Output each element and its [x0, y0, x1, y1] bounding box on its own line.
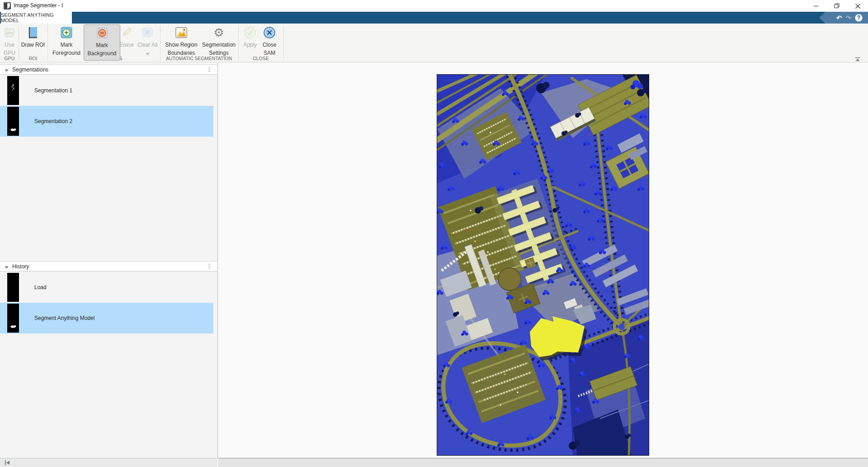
use-gpu-label: Use GPU — [1, 41, 18, 57]
ribbon-separator — [238, 25, 239, 61]
apply-button[interactable]: Apply — [241, 24, 259, 61]
history-sam-thumbnail — [7, 304, 19, 333]
ribbon-separator — [283, 25, 284, 61]
history-load-label: Load — [34, 284, 47, 291]
browser-panel: Segmentations ⋮ Segmentation 1 Segmentat… — [0, 63, 217, 458]
region-image-icon — [175, 25, 188, 40]
clear-all-dropdown-icon[interactable] — [146, 49, 150, 57]
tab-segment-anything-model[interactable]: SEGMENT ANYTHING MODEL — [1, 12, 72, 24]
segmentation-2-label: Segmentation 2 — [34, 118, 72, 124]
segmentations-menu-icon[interactable]: ⋮ — [206, 66, 212, 73]
history-panel-header: History ⋮ — [0, 261, 217, 272]
main-status-bar — [218, 458, 868, 467]
close-sam-icon — [263, 25, 276, 40]
tab-bar: SEGMENT ANYTHING MODEL ↶ ↷ ? — [0, 12, 868, 24]
use-gpu-button[interactable]: GPU Use GPU — [1, 24, 18, 61]
show-region-boundaries-label: Show Region Boundaries — [161, 41, 201, 57]
mark-foreground-icon — [60, 25, 73, 40]
aerial-image-viewer[interactable] — [437, 74, 649, 456]
history-load-row[interactable]: Load — [0, 272, 213, 303]
ribbon-toolstrip: GPU ROI MARKER TOOLS AUTOMATIC SEGMENTAT… — [0, 24, 868, 62]
erase-button[interactable]: Erase — [117, 24, 136, 61]
mark-background-label: Mark Background — [84, 41, 120, 57]
collapse-panel-button[interactable] — [5, 459, 10, 467]
apply-label: Apply — [243, 41, 257, 49]
quick-access-toolbar: ↶ ↷ ? — [819, 12, 868, 24]
clear-all-label: Clear All — [137, 41, 158, 49]
segmentation-2-row[interactable]: Segmentation 2 — [0, 106, 213, 137]
segmentation-1-row[interactable]: Segmentation 1 — [0, 75, 213, 106]
collapse-ribbon-button[interactable] — [854, 57, 862, 62]
close-sam-label: Close SAM — [259, 41, 279, 57]
segmentation-2-thumbnail — [7, 107, 19, 136]
minimize-button[interactable] — [806, 0, 826, 12]
history-sam-row[interactable]: Segment Anything Model — [0, 303, 213, 334]
mark-background-icon — [96, 26, 108, 40]
segmentations-panel-title: Segmentations — [12, 67, 48, 73]
segmentation-settings-label: Segmentation Settings — [200, 41, 238, 57]
segmentation-1-label: Segmentation 1 — [34, 87, 72, 94]
show-region-boundaries-button[interactable]: Show Region Boundaries — [161, 24, 201, 61]
collapse-panel-icon — [5, 460, 10, 465]
pencil-eraser-icon — [120, 25, 133, 40]
ribbon-separator — [47, 25, 48, 61]
close-sam-button[interactable]: Close SAM — [259, 24, 279, 61]
aerial-false-color-image — [437, 75, 649, 455]
gpu-chip-icon: GPU — [4, 25, 15, 40]
segmentation-1-thumbnail — [7, 76, 19, 105]
history-collapse-icon[interactable] — [5, 262, 9, 271]
segmentations-panel-header: Segmentations ⋮ — [0, 64, 217, 75]
restore-icon — [834, 3, 840, 9]
ribbon-separator — [160, 25, 160, 61]
erase-label: Erase — [119, 41, 133, 49]
clear-all-button[interactable]: Clear All — [136, 24, 159, 61]
undo-icon[interactable]: ↶ — [836, 14, 842, 21]
roi-rectangle-icon — [27, 25, 39, 40]
history-sam-label: Segment Anything Model — [34, 315, 94, 321]
apply-check-icon — [244, 25, 256, 40]
history-panel-title: History — [12, 263, 29, 270]
close-icon — [855, 4, 860, 9]
mark-foreground-button[interactable]: Mark Foreground — [49, 24, 84, 61]
image-segmenter-window: Image Segmenter - I SEGMENT ANYTHING MOD… — [0, 0, 868, 467]
history-menu-icon[interactable]: ⋮ — [206, 262, 212, 270]
panel-status-bar — [0, 458, 217, 467]
draw-roi-label: Draw ROI — [21, 41, 45, 49]
window-title: Image Segmenter - I — [14, 2, 63, 9]
history-load-thumbnail — [7, 273, 19, 302]
app-icon — [4, 2, 11, 10]
mark-foreground-label: Mark Foreground — [49, 41, 84, 57]
svg-text:GPU: GPU — [6, 31, 13, 35]
title-bar: Image Segmenter - I — [0, 0, 868, 12]
help-icon[interactable]: ? — [855, 14, 863, 22]
segmentation-settings-button[interactable]: ⚙ Segmentation Settings — [200, 24, 238, 61]
collapse-ribbon-icon — [855, 57, 860, 62]
close-button[interactable] — [847, 0, 868, 12]
draw-roi-button[interactable]: Draw ROI — [19, 24, 47, 61]
clear-all-icon — [141, 25, 154, 40]
gear-icon: ⚙ — [213, 25, 224, 40]
segmentations-collapse-icon[interactable] — [5, 66, 9, 74]
redo-icon[interactable]: ↷ — [845, 14, 851, 21]
minimize-icon — [814, 4, 819, 9]
mark-background-button[interactable]: Mark Background — [84, 24, 120, 61]
restore-button[interactable] — [826, 0, 847, 12]
